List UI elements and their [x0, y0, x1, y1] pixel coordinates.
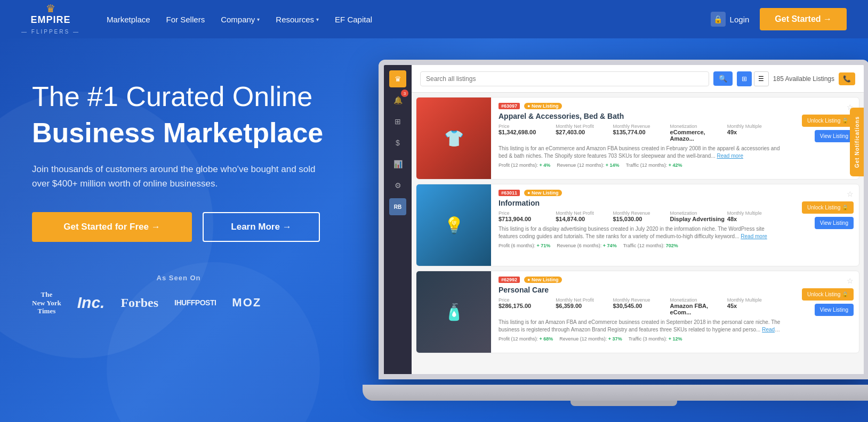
- login-button[interactable]: 🔒 Login: [711, 12, 750, 27]
- sidebar-bell-icon[interactable]: 🔔 3: [389, 92, 406, 109]
- view-listing-button[interactable]: View Listing: [815, 130, 854, 142]
- listing-image: 🧴: [416, 271, 491, 353]
- new-badge: ● New Listing: [524, 190, 561, 196]
- view-listing-button[interactable]: View Listing: [815, 304, 854, 316]
- sidebar-home-icon[interactable]: ♛: [389, 70, 406, 87]
- sidebar-settings-icon[interactable]: ⚙: [389, 177, 406, 194]
- listing-title: Information: [499, 199, 782, 207]
- listing-actions: ☆ Unlock Listing 🔒 View Listing: [790, 98, 859, 179]
- read-more-link[interactable]: Read more: [717, 153, 743, 159]
- phone-button[interactable]: 📞: [839, 72, 855, 85]
- as-seen-on: As Seen On TheNew YorkTimes Inc. Forbes …: [32, 274, 325, 315]
- listing-metrics: Profit (6 months): + 71% Revenue (6 mont…: [499, 243, 782, 248]
- listing-metrics: Profit (12 months): + 4% Revenue (12 mon…: [499, 163, 782, 168]
- listing-stats: Price $286,175.00 Monthly Net Profit $6,…: [499, 297, 782, 315]
- unlock-button[interactable]: Unlock Listing 🔒: [802, 115, 854, 127]
- hero-subtitle: Join thousands of customers around the g…: [32, 162, 325, 191]
- favorite-icon[interactable]: ☆: [847, 190, 854, 198]
- listing-image: 💡: [416, 184, 491, 266]
- resources-chevron-icon: ▾: [316, 17, 319, 22]
- unlock-button[interactable]: Unlock Listing 🔒: [802, 288, 854, 301]
- listing-description: This listing is for a display advertisin…: [499, 225, 782, 240]
- metric-revenue: Revenue (6 months): + 74%: [557, 243, 616, 248]
- listing-title: Apparel & Accessories, Bed & Bath: [499, 112, 782, 120]
- hero-section: The #1 Curated Online Business Marketpla…: [0, 38, 868, 422]
- nav-ef-capital[interactable]: EF Capital: [335, 15, 372, 24]
- metric-traffic: Traffic (12 months): + 42%: [626, 163, 682, 168]
- nav-company[interactable]: Company ▾: [221, 15, 260, 24]
- navbar: ♛ EMPIRE — FLIPPERS — Marketplace For Se…: [0, 0, 868, 38]
- stat-price: Price $286,175.00: [499, 297, 553, 315]
- favorite-icon[interactable]: ☆: [847, 277, 854, 285]
- learn-more-button[interactable]: Learn More →: [203, 212, 320, 242]
- unlock-button[interactable]: Unlock Listing 🔒: [802, 201, 854, 214]
- nav-for-sellers[interactable]: For Sellers: [166, 15, 205, 24]
- listing-card: 👕 #63097 ● New Listing Apparel & Accesso…: [416, 97, 859, 180]
- list-view-button[interactable]: ☰: [754, 71, 769, 86]
- metric-traffic: Traffic (3 months): + 12%: [629, 336, 682, 342]
- metric-profit: Profit (12 months): + 68%: [499, 336, 553, 342]
- listing-stats: Price $713,904.00 Monthly Net Profit $14…: [499, 210, 782, 222]
- listing-actions: ☆ Unlock Listing 🔒 View Listing: [790, 271, 859, 353]
- login-label: Login: [730, 15, 750, 24]
- nav-marketplace[interactable]: Marketplace: [107, 15, 150, 24]
- get-started-free-button[interactable]: Get Started for Free →: [32, 212, 192, 242]
- search-button[interactable]: 🔍: [713, 71, 733, 86]
- listings-count: 185 Available Listings: [773, 75, 834, 83]
- listings-container: 👕 #63097 ● New Listing Apparel & Accesso…: [412, 93, 864, 374]
- metric-profit: Profit (12 months): + 4%: [499, 163, 550, 168]
- listing-header: #62992 ● New Listing: [499, 277, 782, 283]
- read-more-link[interactable]: Read more: [741, 233, 767, 239]
- notification-badge: 3: [401, 90, 408, 97]
- sidebar-avatar[interactable]: RB: [389, 198, 406, 215]
- metric-traffic: Traffic (12 months): 702%: [623, 243, 678, 248]
- logo-sub: — FLIPPERS —: [21, 29, 80, 35]
- listing-body: #63097 ● New Listing Apparel & Accessori…: [491, 98, 790, 179]
- hero-title-line2: Business Marketplace: [32, 117, 325, 149]
- sidebar-chart-icon[interactable]: 📊: [389, 156, 406, 173]
- marketplace-ui: ♛ 🔔 3 ⊞ $ 📊 ⚙ RB: [384, 65, 864, 374]
- stat-net-profit: Monthly Net Profit $6,359.00: [556, 297, 610, 315]
- stat-monetization: Monetization eCommerce, Amazo...: [670, 124, 725, 142]
- metric-revenue: Revenue (12 months): + 37%: [559, 336, 622, 342]
- crown-icon: ♛: [21, 2, 80, 15]
- stat-multiple: Monthly Multiple 49x: [727, 124, 782, 142]
- listing-stats: Price $1,342,698.00 Monthly Net Profit $…: [499, 124, 782, 142]
- metric-revenue: Revenue (12 months): + 14%: [557, 163, 619, 168]
- stat-multiple: Monthly Multiple 48x: [727, 210, 782, 222]
- logo[interactable]: ♛ EMPIRE — FLIPPERS —: [21, 2, 80, 36]
- listing-metrics: Profit (12 months): + 68% Revenue (12 mo…: [499, 336, 782, 342]
- listing-image: 👕: [416, 98, 491, 179]
- hero-title-line1: The #1 Curated Online: [32, 81, 325, 113]
- listing-body: #63011 ● New Listing Information Price $…: [491, 184, 790, 266]
- search-input[interactable]: [420, 71, 709, 86]
- listing-actions: ☆ Unlock Listing 🔒 View Listing: [790, 184, 859, 266]
- stat-revenue: Monthly Revenue $15,030.00: [613, 210, 668, 222]
- listing-thumbnail: 💡: [416, 184, 491, 266]
- nav-resources[interactable]: Resources ▾: [276, 15, 319, 24]
- logo-name: EMPIRE: [30, 14, 70, 25]
- nav-links: Marketplace For Sellers Company ▾ Resour…: [107, 15, 711, 24]
- sidebar-grid-icon[interactable]: ⊞: [389, 113, 406, 130]
- listing-title: Personal Care: [499, 286, 782, 294]
- forbes-logo: Forbes: [120, 296, 158, 310]
- nyt-logo: TheNew YorkTimes: [32, 290, 61, 315]
- company-chevron-icon: ▾: [257, 17, 260, 22]
- sidebar-dollar-icon[interactable]: $: [389, 134, 406, 151]
- new-badge: ● New Listing: [524, 277, 561, 283]
- listing-thumbnail: 🧴: [416, 271, 491, 353]
- hero-left: The #1 Curated Online Business Marketpla…: [0, 38, 352, 422]
- listing-header: #63011 ● New Listing: [499, 190, 782, 196]
- as-seen-label: As Seen On: [32, 274, 325, 282]
- get-started-button[interactable]: Get Started →: [760, 8, 847, 30]
- listing-card: 💡 #63011 ● New Listing Information: [416, 184, 859, 266]
- grid-view-button[interactable]: ⊞: [737, 71, 752, 86]
- view-listing-button[interactable]: View Listing: [815, 217, 854, 229]
- press-logos: TheNew YorkTimes Inc. Forbes IHUFFPOSTI …: [32, 290, 325, 315]
- sidebar: ♛ 🔔 3 ⊞ $ 📊 ⚙ RB: [384, 65, 412, 374]
- listing-description: This listing is for an eCommerce and Ama…: [499, 145, 782, 160]
- hero-buttons: Get Started for Free → Learn More →: [32, 212, 325, 242]
- laptop-base: [363, 385, 868, 401]
- nav-right: 🔒 Login Get Started →: [711, 8, 847, 30]
- notification-sidebar[interactable]: Get Notifications: [850, 108, 868, 176]
